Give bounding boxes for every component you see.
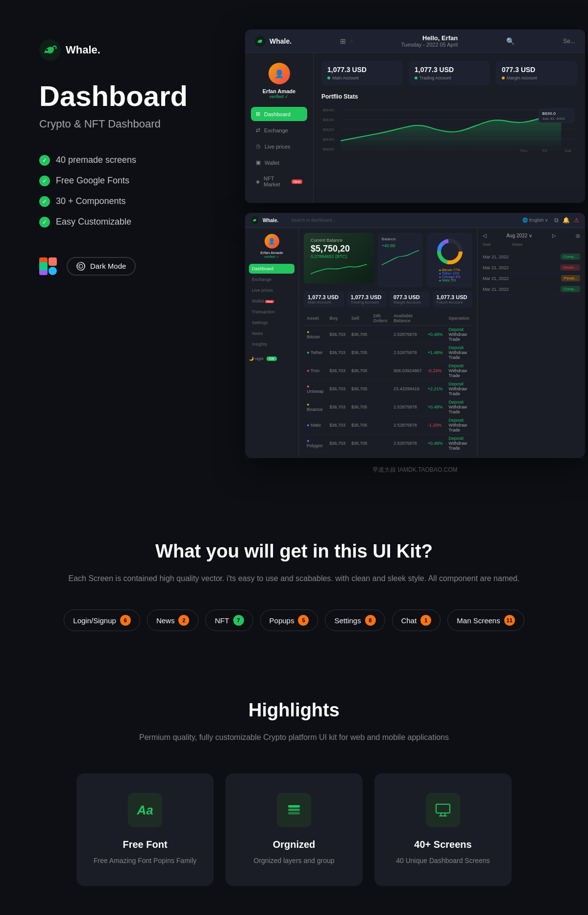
db-logo-icon [255, 36, 266, 47]
hero-title: Dashboard [39, 80, 225, 112]
db2-nav-liveprices[interactable]: Live prices [249, 285, 294, 295]
svg-text:$840: $840 [323, 137, 334, 142]
grid-icon: ⊞ [340, 37, 346, 45]
tag-chat[interactable]: Chat 1 [392, 610, 441, 631]
db2-nav-settings[interactable]: Settings [249, 318, 294, 328]
db2-copy-icon: ⧉ [554, 217, 559, 224]
db-topbar-arrow: › [351, 38, 352, 44]
db-topbar-center: ⊞ › [340, 37, 352, 45]
sidebar-item-dashboard[interactable]: ⊞ Dashboard [251, 107, 307, 121]
bottom-tools: Dark Mode [39, 257, 225, 276]
balance-chart-2 [382, 248, 419, 268]
db2-lang: 🌐 English ∨ [522, 218, 548, 223]
balance-sparkline [311, 262, 367, 277]
svg-rect-33 [288, 812, 300, 814]
db2-right-panel: ◁ Aug 2022 ∨ ▷ ◎ Date Status Mar 21, 202… [477, 228, 585, 458]
tag-settings[interactable]: Settings 8 [325, 610, 385, 631]
tag-badge-settings: 8 [365, 615, 376, 626]
sidebar-item-liveprices[interactable]: ◷ Live prices [251, 139, 307, 153]
db-avatar-area: 👤 Erfan Amade verified ✓ [251, 63, 307, 99]
db2-nav-insights[interactable]: Insights [249, 339, 294, 349]
db2-table-header: Date Status [483, 242, 580, 247]
db2-verified: verified ✓ [249, 255, 294, 259]
db2-avatar: 👤 [265, 234, 279, 249]
db2-nav-transactions[interactable]: Transaction [249, 307, 294, 317]
tag-badge-news: 2 [178, 615, 189, 626]
tag-badge-nft: 7 [233, 615, 244, 626]
db-avatar: 👤 [269, 63, 290, 84]
balance-card-2: Balance +40.80 [378, 233, 423, 287]
db2-nav-news[interactable]: News [249, 329, 294, 338]
portfolio-chart: $840 $830 $820 $840 $800 [321, 104, 577, 153]
sidebar-item-wallet[interactable]: ▣ Wallet [251, 155, 307, 170]
db2-stat-future: 1,077.3 USD Future Account [433, 291, 473, 307]
col-sell: Sell [348, 311, 370, 326]
highlights-cards: Aa Free Font Free Amazing Font Popins Fa… [39, 773, 549, 886]
col-action: Operation [445, 311, 472, 326]
tag-loginsignup[interactable]: Login/Signup 6 [64, 610, 140, 631]
dark-mode-button[interactable]: Dark Mode [67, 257, 136, 276]
tag-nft[interactable]: NFT 7 [205, 610, 253, 631]
layers-icon [286, 802, 302, 818]
svg-rect-34 [288, 809, 300, 811]
tag-popups[interactable]: Popups 5 [260, 610, 318, 631]
highlight-icon-bg-font: Aa [128, 793, 162, 827]
db-main-content: 👤 Erfan Amade verified ✓ ⊞ Dashboard ⇄ E… [245, 53, 585, 203]
db2-transaction-list: Mar 21, 2022 Comp... Mar 21, 2022 Declin… [483, 252, 580, 295]
sidebar-item-nft[interactable]: ◈ NFT Market New [251, 172, 307, 191]
balance-change: +40.80 [382, 243, 419, 248]
tag-badge-popups: 5 [298, 615, 309, 626]
db2-main: Current Balance $5,750,20 0,27894652 (BT… [299, 228, 477, 458]
svg-text:$840: $840 [323, 108, 334, 112]
tag-badge-manscreens: 11 [504, 615, 515, 626]
db2-nav-wallet[interactable]: Wallet New [249, 296, 294, 306]
figma-icon [39, 257, 57, 275]
db2-search-bar[interactable]: Search in dashboard... [287, 216, 514, 225]
logo-text: Whale. [66, 44, 100, 56]
col-balance: Available Balance [391, 311, 425, 326]
db2-calendar-header: ◁ Aug 2022 ∨ ▷ ◎ [483, 233, 580, 238]
tag-news[interactable]: News 2 [147, 610, 199, 631]
sidebar-item-exchange[interactable]: ⇄ Exchange [251, 123, 307, 137]
db2-nav-exchange[interactable]: Exchange [249, 275, 294, 284]
green-dot-2 [415, 76, 417, 79]
font-icon: Aa [137, 803, 153, 818]
svg-rect-36 [436, 804, 450, 813]
tag-badge-chat: 1 [420, 615, 431, 626]
db2-search-placeholder: Search in dashboard... [291, 218, 336, 223]
donut-labels: ● Bitcoin 77% ● Tether 12% ● Chicago 6% … [439, 268, 461, 282]
db2-stat-trading: 1,077.3 USD Trading Account [347, 291, 387, 307]
db2-user-name: Erfan Amade [249, 251, 294, 255]
highlights-title: Highlights [39, 700, 549, 721]
watermark: 早道大叔 IAMDK.TAOBAO.COM [245, 458, 585, 482]
svg-text:Thu: Thu [520, 149, 528, 153]
db2-night-toggle[interactable]: 🌙 night ON [249, 353, 294, 362]
portfolio-area: Portflio Stats $840 $830 $820 $840 $800 [321, 93, 577, 153]
svg-text:$820: $820 [323, 127, 334, 132]
search-icon[interactable]: 🔍 [506, 37, 514, 45]
db2-nav-dashboard[interactable]: Dashboard [249, 264, 294, 274]
svg-text:Sat: Sat [564, 149, 572, 153]
crypto-table: Asset Buy Sell 24h Orders Available Bala… [304, 311, 472, 453]
wallet-nav-icon: ▣ [256, 159, 261, 166]
col-24h: 24h Orders [370, 311, 391, 326]
highlight-card-organized: Orgnized Orgnized layers and group [225, 773, 363, 886]
hero-right: Whale. ⊞ › Hello, Erfan Tuesday - 2022 0… [245, 29, 585, 482]
nft-nav-icon: ◈ [256, 178, 260, 185]
tag-manscreens[interactable]: Man Screens 11 [447, 610, 524, 631]
crypto-row-tron: ● Tron $36,703 $36,705 906.03924867 -0.2… [304, 362, 472, 380]
nft-badge: New [292, 179, 302, 184]
db2-stats-row: 1,077.3 USD Main Account 1,077.3 USD Tra… [304, 291, 472, 307]
balance-card: Current Balance $5,750,20 0,27894652 (BT… [304, 233, 374, 283]
stat-card-main: 1,077.3 USD Main Account [321, 61, 403, 85]
crypto-row-uniswap: ● Uniswap $36,703 $36,705 23.43299419 +2… [304, 380, 472, 398]
what-title: What you will get in this UI Kit? [39, 541, 549, 562]
db2-sidebar: 👤 Erfan Amade verified ✓ Dashboard Excha… [245, 228, 299, 458]
db-more-text: Se... [563, 38, 575, 45]
moon-icon [76, 262, 85, 271]
liveprices-nav-icon: ◷ [256, 143, 261, 150]
orange-dot [502, 76, 505, 79]
donut-chart [435, 237, 465, 266]
stat-card-trading: 1,077.3 USD Trading Account [409, 61, 490, 85]
highlight-card-font: Aa Free Font Free Amazing Font Popins Fa… [76, 773, 214, 886]
